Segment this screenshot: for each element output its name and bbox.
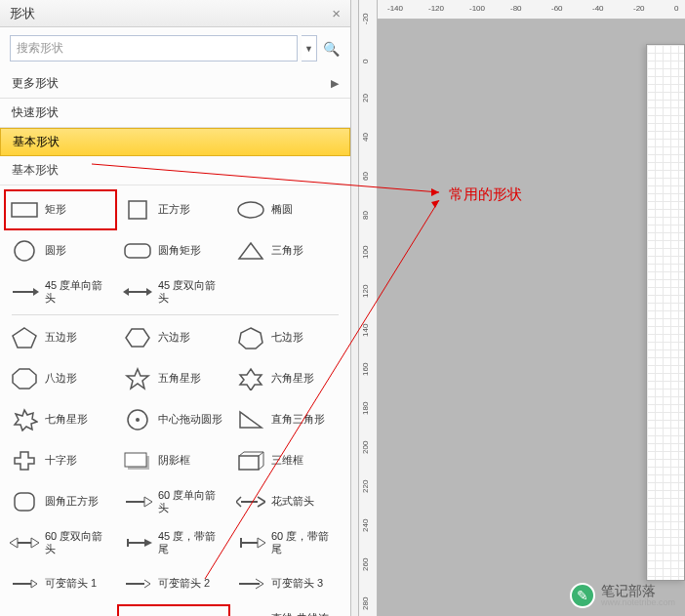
- shape-vararrd[interactable]: 可变双向箭头: [4, 604, 117, 616]
- shape-label: 45 度双向箭头: [158, 279, 224, 305]
- rtri-icon: [236, 408, 265, 431]
- shape-shadowbox[interactable]: 阴影框: [117, 440, 230, 481]
- shapes-panel: 形状 × 搜索形状 ▼ 🔍 更多形状 ▶ 快速形状 基本形状 基本形状 矩形正方…: [0, 0, 351, 616]
- shape-arrow60[interactable]: 60 度单向箭头: [117, 481, 230, 522]
- vararr3-icon: [236, 572, 265, 595]
- shape-arrow60d[interactable]: 60 度双向箭头: [4, 522, 117, 563]
- chevron-right-icon: ▶: [331, 77, 339, 90]
- shape-ellipse[interactable]: 椭圆: [230, 189, 343, 230]
- shape-square[interactable]: 正方形: [117, 189, 230, 230]
- shape-label: 可变箭头 3: [271, 577, 323, 590]
- svg-marker-14: [13, 369, 36, 389]
- shape-arrow45[interactable]: 45 度单向箭头: [4, 271, 117, 312]
- shape-arrow45d[interactable]: 45 度双向箭头: [117, 271, 230, 312]
- shape-lineconn[interactable]: 直线-曲线连接线: [230, 604, 343, 616]
- shape-label: 可变箭头 2: [158, 577, 210, 590]
- shape-vararr3[interactable]: 可变箭头 3: [230, 563, 343, 604]
- shape-label: 圆形: [45, 244, 66, 257]
- shape-label: 六角星形: [271, 372, 314, 385]
- heptagon-icon: [236, 326, 265, 349]
- arrow60d-icon: [10, 531, 39, 554]
- vararr2-icon: [123, 572, 152, 595]
- shape-roundsq[interactable]: 圆角正方形: [4, 481, 117, 522]
- circle-icon: [10, 239, 39, 263]
- shape-arrow45t[interactable]: 45 度，带箭尾: [117, 522, 230, 563]
- shape-dragcircle[interactable]: 中心拖动圆形: [117, 399, 230, 440]
- shape-hexagon[interactable]: 六边形: [117, 317, 230, 358]
- shape-heptagon[interactable]: 七边形: [230, 317, 343, 358]
- svg-marker-17: [15, 410, 37, 431]
- svg-point-19: [136, 418, 140, 422]
- shape-label: 三角形: [271, 244, 303, 257]
- shape-cross[interactable]: 十字形: [4, 440, 117, 481]
- shape-star7[interactable]: 七角星形: [4, 399, 117, 440]
- arrow45-icon: [10, 280, 39, 304]
- svg-marker-15: [127, 369, 148, 389]
- shape-label: 圆角矩形: [158, 244, 201, 257]
- svg-rect-23: [125, 453, 146, 467]
- shape-label: 八边形: [45, 372, 77, 385]
- roundrect-icon: [123, 239, 152, 263]
- shape-vararr2[interactable]: 可变箭头 2: [117, 563, 230, 604]
- close-icon[interactable]: ×: [332, 5, 341, 21]
- ruler-vertical: -200204060801001201401601802002202402602…: [358, 0, 378, 616]
- search-icon[interactable]: 🔍: [321, 35, 341, 62]
- pencil-icon: ✎: [570, 583, 595, 608]
- svg-marker-39: [144, 539, 152, 547]
- shape-circle[interactable]: 圆形: [4, 230, 117, 271]
- shape-dynconn[interactable]: 动态连接线: [117, 604, 230, 616]
- pentagon-icon: [10, 326, 39, 349]
- star5-icon: [123, 367, 152, 390]
- panel-title: 形状: [10, 5, 35, 22]
- svg-marker-32: [144, 497, 152, 507]
- shape-fancyarrow[interactable]: 花式箭头: [230, 481, 343, 522]
- rect-icon: [10, 198, 39, 222]
- cross-icon: [10, 449, 39, 472]
- shadowbox-icon: [123, 449, 152, 472]
- shape-label: 中心拖动圆形: [158, 413, 222, 426]
- svg-marker-42: [258, 538, 265, 548]
- shape-vararr1[interactable]: 可变箭头 1: [4, 563, 117, 604]
- shape-label: 直角三角形: [271, 413, 325, 426]
- svg-marker-13: [239, 328, 262, 349]
- square-icon: [123, 198, 152, 222]
- page: [646, 44, 685, 581]
- section-more-shapes[interactable]: 更多形状 ▶: [0, 69, 350, 99]
- shape-roundrect[interactable]: 圆角矩形: [117, 230, 230, 271]
- arrow60t-icon: [236, 531, 265, 554]
- shape-star6[interactable]: 六角星形: [230, 358, 343, 399]
- shape-triangle[interactable]: 三角形: [230, 230, 343, 271]
- shape-box3d[interactable]: 三维框: [230, 440, 343, 481]
- hexagon-icon: [123, 326, 152, 349]
- shape-label: 45 度单向箭头: [45, 279, 111, 305]
- box3d-icon: [236, 449, 265, 472]
- shape-pentagon[interactable]: 五边形: [4, 317, 117, 358]
- svg-marker-8: [123, 288, 129, 296]
- shape-rtri[interactable]: 直角三角形: [230, 399, 343, 440]
- panel-header: 形状 ×: [0, 0, 350, 27]
- arrow45d-icon: [123, 280, 152, 304]
- shape-label: 三维框: [271, 454, 303, 467]
- shapes-grid: 矩形正方形椭圆圆形圆角矩形三角形45 度单向箭头45 度双向箭头五边形六边形七边…: [0, 185, 350, 616]
- section-basic-shapes[interactable]: 基本形状: [0, 128, 350, 156]
- search-input[interactable]: 搜索形状: [10, 35, 298, 62]
- svg-marker-16: [240, 369, 262, 390]
- shape-label: 五边形: [45, 331, 77, 344]
- svg-marker-5: [239, 243, 262, 259]
- shape-arrow60t[interactable]: 60 度，带箭尾: [230, 522, 343, 563]
- shape-label: 圆角正方形: [45, 495, 99, 508]
- section-quick-shapes[interactable]: 快速形状: [0, 99, 350, 128]
- shape-label: 阴影框: [158, 454, 190, 467]
- shape-star5[interactable]: 五角星形: [117, 358, 230, 399]
- arrow60-icon: [123, 490, 152, 513]
- search-dropdown[interactable]: ▼: [302, 35, 317, 62]
- shape-label: 矩形: [45, 203, 66, 216]
- shape-label: 可变箭头 1: [45, 577, 97, 590]
- shape-label: 直线-曲线连接线: [271, 612, 338, 616]
- watermark: ✎ 笔记部落 www.notetribe.com: [570, 583, 675, 608]
- canvas-area[interactable]: [378, 20, 685, 616]
- shape-rect[interactable]: 矩形: [4, 189, 117, 230]
- octagon-icon: [10, 367, 39, 390]
- shape-octagon[interactable]: 八边形: [4, 358, 117, 399]
- shape-label: 十字形: [45, 454, 77, 467]
